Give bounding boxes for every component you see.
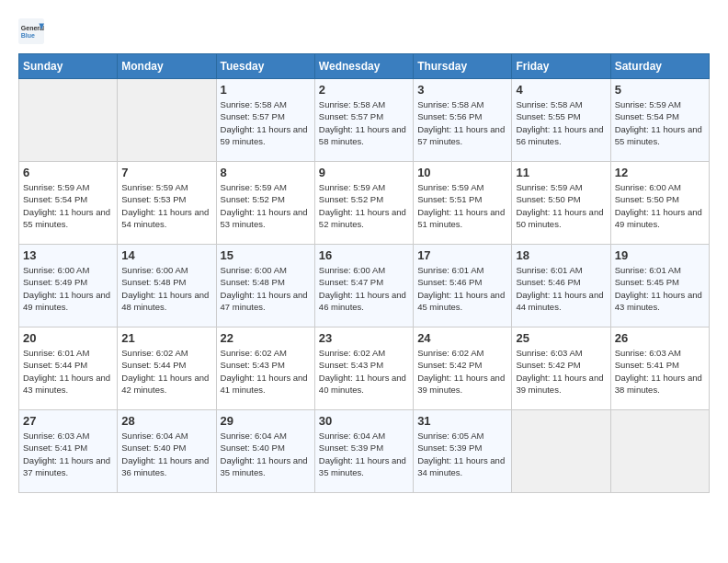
day-number: 17 xyxy=(417,248,507,262)
day-cell: 12Sunrise: 6:00 AM Sunset: 5:50 PM Dayli… xyxy=(610,162,709,245)
svg-text:Blue: Blue xyxy=(21,32,35,39)
day-cell: 27Sunrise: 6:03 AM Sunset: 5:41 PM Dayli… xyxy=(19,410,118,493)
week-row-5: 27Sunrise: 6:03 AM Sunset: 5:41 PM Dayli… xyxy=(19,410,710,493)
week-row-4: 20Sunrise: 6:01 AM Sunset: 5:44 PM Dayli… xyxy=(19,327,710,410)
logo: General Blue xyxy=(18,18,44,44)
day-cell: 21Sunrise: 6:02 AM Sunset: 5:44 PM Dayli… xyxy=(118,327,216,410)
day-cell: 29Sunrise: 6:04 AM Sunset: 5:40 PM Dayli… xyxy=(216,410,314,493)
day-number: 25 xyxy=(516,331,606,345)
day-number: 12 xyxy=(615,166,705,179)
day-info: Sunrise: 5:58 AM Sunset: 5:56 PM Dayligh… xyxy=(417,98,507,147)
day-cell: 20Sunrise: 6:01 AM Sunset: 5:44 PM Dayli… xyxy=(19,327,118,410)
day-info: Sunrise: 5:58 AM Sunset: 5:55 PM Dayligh… xyxy=(516,98,606,147)
day-cell: 31Sunrise: 6:05 AM Sunset: 5:39 PM Dayli… xyxy=(414,410,512,493)
day-info: Sunrise: 6:00 AM Sunset: 5:50 PM Dayligh… xyxy=(615,181,705,230)
day-cell xyxy=(610,410,709,493)
day-number: 5 xyxy=(615,83,705,97)
day-number: 21 xyxy=(121,331,211,345)
day-info: Sunrise: 5:59 AM Sunset: 5:54 PM Dayligh… xyxy=(615,98,705,147)
day-number: 28 xyxy=(121,414,211,428)
day-number: 8 xyxy=(221,166,311,179)
day-number: 7 xyxy=(121,166,211,179)
day-cell: 17Sunrise: 6:01 AM Sunset: 5:46 PM Dayli… xyxy=(414,245,512,327)
day-cell: 7Sunrise: 5:59 AM Sunset: 5:53 PM Daylig… xyxy=(118,162,216,245)
svg-rect-0 xyxy=(18,18,44,44)
day-info: Sunrise: 5:59 AM Sunset: 5:52 PM Dayligh… xyxy=(319,181,409,230)
day-cell: 26Sunrise: 6:03 AM Sunset: 5:41 PM Dayli… xyxy=(610,327,709,410)
day-cell: 30Sunrise: 6:04 AM Sunset: 5:39 PM Dayli… xyxy=(314,410,413,493)
day-info: Sunrise: 6:02 AM Sunset: 5:43 PM Dayligh… xyxy=(221,347,311,396)
day-info: Sunrise: 6:05 AM Sunset: 5:39 PM Dayligh… xyxy=(417,430,507,478)
header-cell-friday: Friday xyxy=(512,54,610,79)
day-number: 14 xyxy=(121,248,211,262)
day-cell: 11Sunrise: 5:59 AM Sunset: 5:50 PM Dayli… xyxy=(512,162,610,245)
day-info: Sunrise: 6:04 AM Sunset: 5:39 PM Dayligh… xyxy=(319,430,409,478)
header-cell-thursday: Thursday xyxy=(414,54,512,79)
day-number: 15 xyxy=(221,248,311,262)
week-row-1: 1Sunrise: 5:58 AM Sunset: 5:57 PM Daylig… xyxy=(19,79,710,162)
day-number: 1 xyxy=(221,83,311,97)
day-cell xyxy=(512,410,610,493)
day-info: Sunrise: 5:59 AM Sunset: 5:51 PM Dayligh… xyxy=(417,181,507,230)
day-cell: 13Sunrise: 6:00 AM Sunset: 5:49 PM Dayli… xyxy=(19,245,118,327)
header-cell-wednesday: Wednesday xyxy=(314,54,413,79)
week-row-3: 13Sunrise: 6:00 AM Sunset: 5:49 PM Dayli… xyxy=(19,245,710,327)
day-number: 24 xyxy=(417,331,507,345)
day-info: Sunrise: 5:59 AM Sunset: 5:54 PM Dayligh… xyxy=(23,181,113,230)
day-number: 27 xyxy=(23,414,113,428)
day-info: Sunrise: 6:00 AM Sunset: 5:48 PM Dayligh… xyxy=(221,264,311,313)
day-cell: 4Sunrise: 5:58 AM Sunset: 5:55 PM Daylig… xyxy=(512,79,610,162)
header-cell-saturday: Saturday xyxy=(610,54,709,79)
day-cell: 22Sunrise: 6:02 AM Sunset: 5:43 PM Dayli… xyxy=(216,327,314,410)
header-row: SundayMondayTuesdayWednesdayThursdayFrid… xyxy=(19,54,710,79)
day-info: Sunrise: 5:59 AM Sunset: 5:50 PM Dayligh… xyxy=(516,181,606,230)
day-number: 31 xyxy=(417,414,507,428)
day-cell: 2Sunrise: 5:58 AM Sunset: 5:57 PM Daylig… xyxy=(314,79,413,162)
day-info: Sunrise: 6:03 AM Sunset: 5:41 PM Dayligh… xyxy=(615,347,705,396)
day-number: 2 xyxy=(319,83,409,97)
day-info: Sunrise: 6:00 AM Sunset: 5:47 PM Dayligh… xyxy=(319,264,409,313)
day-cell: 15Sunrise: 6:00 AM Sunset: 5:48 PM Dayli… xyxy=(216,245,314,327)
day-number: 20 xyxy=(23,331,113,345)
day-number: 4 xyxy=(516,83,606,97)
day-number: 30 xyxy=(319,414,409,428)
logo-icon: General Blue xyxy=(18,18,44,44)
day-number: 9 xyxy=(319,166,409,179)
day-number: 10 xyxy=(417,166,507,179)
day-info: Sunrise: 5:58 AM Sunset: 5:57 PM Dayligh… xyxy=(319,98,409,147)
week-row-2: 6Sunrise: 5:59 AM Sunset: 5:54 PM Daylig… xyxy=(19,162,710,245)
header: General Blue xyxy=(18,18,710,44)
day-info: Sunrise: 6:02 AM Sunset: 5:43 PM Dayligh… xyxy=(319,347,409,396)
day-info: Sunrise: 6:01 AM Sunset: 5:44 PM Dayligh… xyxy=(23,347,113,396)
day-info: Sunrise: 6:04 AM Sunset: 5:40 PM Dayligh… xyxy=(221,430,311,478)
day-number: 16 xyxy=(319,248,409,262)
day-info: Sunrise: 6:02 AM Sunset: 5:42 PM Dayligh… xyxy=(417,347,507,396)
day-number: 22 xyxy=(221,331,311,345)
calendar-body: 1Sunrise: 5:58 AM Sunset: 5:57 PM Daylig… xyxy=(19,79,710,493)
day-info: Sunrise: 6:03 AM Sunset: 5:41 PM Dayligh… xyxy=(23,430,113,478)
day-info: Sunrise: 6:03 AM Sunset: 5:42 PM Dayligh… xyxy=(516,347,606,396)
calendar-header: SundayMondayTuesdayWednesdayThursdayFrid… xyxy=(19,54,710,79)
day-cell xyxy=(19,79,118,162)
day-cell: 9Sunrise: 5:59 AM Sunset: 5:52 PM Daylig… xyxy=(314,162,413,245)
day-info: Sunrise: 5:58 AM Sunset: 5:57 PM Dayligh… xyxy=(221,98,311,147)
header-cell-sunday: Sunday xyxy=(19,54,118,79)
day-info: Sunrise: 5:59 AM Sunset: 5:52 PM Dayligh… xyxy=(221,181,311,230)
day-cell: 10Sunrise: 5:59 AM Sunset: 5:51 PM Dayli… xyxy=(414,162,512,245)
day-info: Sunrise: 6:00 AM Sunset: 5:49 PM Dayligh… xyxy=(23,264,113,313)
day-cell: 18Sunrise: 6:01 AM Sunset: 5:46 PM Dayli… xyxy=(512,245,610,327)
day-info: Sunrise: 6:01 AM Sunset: 5:46 PM Dayligh… xyxy=(417,264,507,313)
calendar-table: SundayMondayTuesdayWednesdayThursdayFrid… xyxy=(18,53,710,493)
day-cell: 1Sunrise: 5:58 AM Sunset: 5:57 PM Daylig… xyxy=(216,79,314,162)
day-cell: 5Sunrise: 5:59 AM Sunset: 5:54 PM Daylig… xyxy=(610,79,709,162)
day-number: 19 xyxy=(615,248,705,262)
day-info: Sunrise: 6:01 AM Sunset: 5:45 PM Dayligh… xyxy=(615,264,705,313)
day-cell: 16Sunrise: 6:00 AM Sunset: 5:47 PM Dayli… xyxy=(314,245,413,327)
day-cell: 24Sunrise: 6:02 AM Sunset: 5:42 PM Dayli… xyxy=(414,327,512,410)
day-number: 3 xyxy=(417,83,507,97)
day-number: 29 xyxy=(221,414,311,428)
day-number: 18 xyxy=(516,248,606,262)
day-info: Sunrise: 5:59 AM Sunset: 5:53 PM Dayligh… xyxy=(121,181,211,230)
header-cell-monday: Monday xyxy=(118,54,216,79)
day-cell: 3Sunrise: 5:58 AM Sunset: 5:56 PM Daylig… xyxy=(414,79,512,162)
